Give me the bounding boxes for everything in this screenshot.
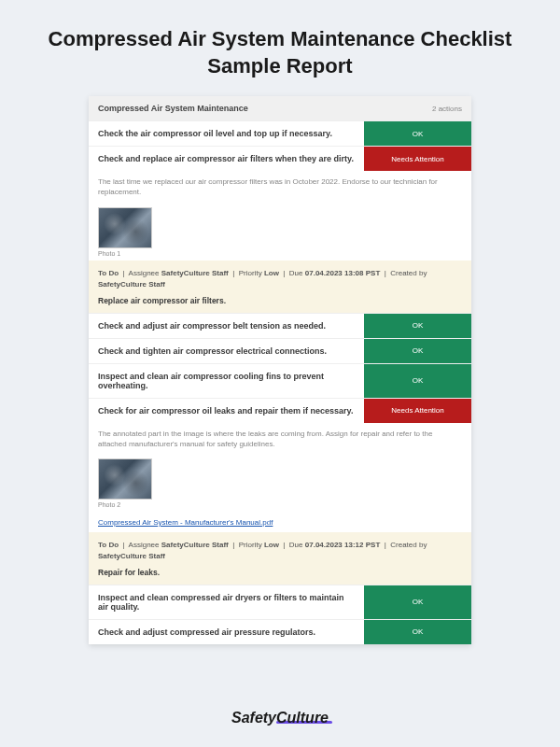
todo-due: 07.04.2023 13:12 PST — [305, 541, 381, 549]
check-row: Check and tighten air compressor electri… — [89, 338, 471, 363]
attachment-block: Compressed Air System - Manufacturer's M… — [89, 512, 471, 532]
photo-block: Photo 2 — [89, 455, 471, 512]
check-label: Check for air compressor oil leaks and r… — [89, 399, 364, 423]
status-badge: OK — [364, 339, 471, 363]
todo-created-by: SafetyCulture Staff — [98, 552, 165, 560]
footer-logo: SafetyCulture — [0, 710, 560, 726]
check-row: Inspect and clean air compressor cooling… — [89, 363, 471, 398]
check-label: Inspect and clean air compressor cooling… — [89, 364, 364, 398]
check-label: Check and adjust compressed air pressure… — [89, 620, 364, 644]
photo-thumbnail[interactable] — [98, 458, 152, 500]
check-row: Check for air compressor oil leaks and r… — [89, 398, 471, 423]
todo-task: Repair for leaks. — [98, 568, 462, 577]
todo-created-label: Created by — [390, 269, 427, 277]
check-label: Inspect and clean compressed air dryers … — [89, 585, 364, 619]
check-row: Check the air compressor oil level and t… — [89, 120, 471, 146]
photo-caption: Photo 1 — [98, 250, 462, 257]
todo-priority-label: Priority — [239, 541, 262, 549]
check-row: Check and adjust compressed air pressure… — [89, 619, 471, 644]
check-label: Check the air compressor oil level and t… — [89, 121, 364, 146]
section-header: Compressed Air System Maintenance 2 acti… — [89, 96, 471, 120]
check-label: Check and replace air compressor air fil… — [89, 147, 364, 171]
photo-thumbnail[interactable] — [98, 207, 152, 248]
actions-count: 2 actions — [432, 105, 462, 113]
status-badge: Needs Attention — [364, 399, 471, 423]
check-row: Inspect and clean compressed air dryers … — [89, 585, 471, 619]
check-label: Check and tighten air compressor electri… — [89, 339, 364, 363]
check-note: The annotated part in the image is where… — [89, 423, 471, 455]
todo-priority-label: Priority — [239, 269, 262, 277]
todo-assignee: SafetyCulture Staff — [161, 541, 229, 549]
status-badge: OK — [364, 364, 471, 398]
check-row: Check and replace air compressor air fil… — [89, 146, 471, 171]
todo-meta: To Do | Assignee SafetyCulture Staff | P… — [98, 540, 462, 562]
brand-name: SafetyCulture — [231, 710, 329, 726]
check-note: The last time we replaced our air compre… — [89, 171, 471, 203]
todo-block: To Do | Assignee SafetyCulture Staff | P… — [89, 261, 471, 313]
todo-task: Replace air compressor air filters. — [98, 296, 462, 305]
todo-meta: To Do | Assignee SafetyCulture Staff | P… — [98, 268, 462, 290]
check-label: Check and adjust air compressor belt ten… — [89, 314, 364, 338]
todo-priority: Low — [264, 269, 279, 277]
todo-due: 07.04.2023 13:08 PST — [305, 269, 381, 277]
todo-assignee-label: Assignee — [129, 269, 160, 277]
status-badge: OK — [364, 314, 471, 338]
page-title: Compressed Air System Maintenance Checkl… — [0, 0, 560, 96]
todo-status: To Do — [98, 269, 119, 277]
todo-due-label: Due — [289, 269, 303, 277]
check-row: Check and adjust air compressor belt ten… — [89, 313, 471, 338]
status-badge: OK — [364, 585, 471, 619]
todo-assignee-label: Assignee — [129, 541, 160, 549]
todo-created-label: Created by — [390, 541, 427, 549]
report-card: Compressed Air System Maintenance 2 acti… — [89, 96, 471, 644]
section-title: Compressed Air System Maintenance — [98, 104, 248, 113]
todo-block: To Do | Assignee SafetyCulture Staff | P… — [89, 532, 471, 585]
status-badge: OK — [364, 620, 471, 644]
photo-block: Photo 1 — [89, 204, 471, 261]
todo-due-label: Due — [289, 541, 303, 549]
todo-status: To Do — [98, 541, 119, 549]
photo-caption: Photo 2 — [98, 501, 462, 508]
todo-created-by: SafetyCulture Staff — [98, 280, 165, 289]
todo-priority: Low — [264, 541, 279, 549]
status-badge: OK — [364, 121, 471, 146]
attachment-link[interactable]: Compressed Air System - Manufacturer's M… — [98, 518, 273, 527]
status-badge: Needs Attention — [364, 147, 471, 171]
todo-assignee: SafetyCulture Staff — [161, 269, 229, 277]
